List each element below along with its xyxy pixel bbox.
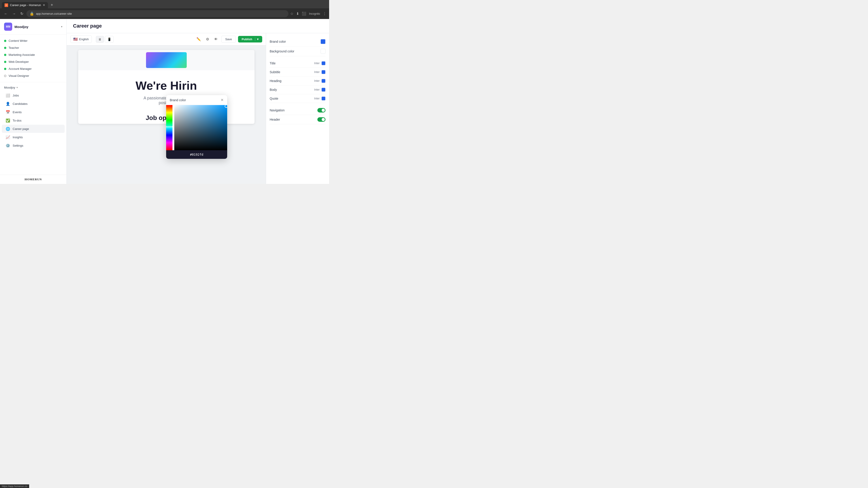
address-bar[interactable]: 🔒 app.homerun.co/career-site (26, 10, 288, 17)
sidebar-item-label: Candidates (13, 102, 28, 105)
status-dot-green (4, 61, 6, 63)
status-dot-green (4, 40, 6, 42)
device-toggle: 🖥 📱 (96, 36, 114, 43)
panel-subtitle-row: Subtitle Inter (270, 68, 326, 76)
sidebar-item-label: Jobs (13, 94, 19, 97)
browser-nav-icons: ☆ ⬇ ⬛ Incognito ⋮ (290, 11, 327, 16)
subtitle-color-swatch[interactable] (321, 70, 326, 74)
header-toggle[interactable] (317, 117, 326, 122)
background-color-swatch[interactable] (320, 49, 326, 54)
status-dot-green (4, 54, 6, 56)
page-header: Career page (67, 19, 329, 33)
menu-icon[interactable]: ⋮ (323, 11, 327, 16)
nav-bar: ← → ↻ 🔒 app.homerun.co/career-site ☆ ⬇ ⬛… (0, 8, 329, 19)
title-font-tag: Inter (314, 62, 320, 65)
publish-button[interactable]: Publish ▾ (238, 36, 262, 42)
status-dot-outline (4, 75, 6, 77)
preview-image-banner (146, 52, 187, 68)
main-content: Career page 🇺🇸 English 🖥 📱 ✏️ (67, 19, 329, 184)
color-picker-close-button[interactable]: ✕ (221, 98, 223, 102)
save-button[interactable]: Save (221, 36, 236, 43)
sidebar-item-career-page[interactable]: 🌐 Career page (2, 125, 65, 133)
sidebar-item-events[interactable]: 📅 Events (2, 108, 65, 116)
language-selector[interactable]: 🇺🇸 English (70, 35, 92, 43)
extensions-icon[interactable]: ⬛ (302, 11, 306, 16)
panel-header-row: Header (270, 115, 326, 124)
brand-color-swatch[interactable] (320, 39, 326, 44)
title-color-swatch[interactable] (321, 61, 326, 65)
sidebar-item-label: Insights (13, 135, 23, 139)
sidebar-item-label: Settings (13, 144, 23, 147)
candidates-icon: 👤 (6, 102, 10, 106)
list-item[interactable]: Web Developer (0, 58, 66, 65)
settings-tool-button[interactable]: ⚙ (205, 36, 211, 43)
active-tab[interactable]: H Career page - Homerun ✕ (2, 2, 48, 8)
job-list-section: Content Writer Teacher Marketing Associa… (0, 36, 66, 80)
section-name: Moodjoy (4, 86, 15, 89)
tab-close-button[interactable]: ✕ (43, 3, 45, 7)
body-font-tag: Inter (314, 88, 320, 91)
forward-button[interactable]: → (11, 11, 17, 17)
sidebar-header: MM Moodjoy ▾ (0, 19, 66, 35)
svg-rect-0 (166, 105, 173, 150)
panel-body-row: Body Inter (270, 86, 326, 94)
career-page-icon: 🌐 (6, 127, 10, 131)
list-item[interactable]: Visual Designer (0, 72, 66, 79)
sidebar-item-label: Events (13, 110, 22, 114)
quote-color-swatch[interactable] (321, 96, 326, 101)
brand-chevron-icon[interactable]: ▾ (61, 25, 62, 28)
publish-button-group: Publish ▾ (238, 36, 262, 42)
sidebar-section-label[interactable]: Moodjoy ▾ (0, 84, 66, 91)
sidebar-item-jobs[interactable]: ⬜ Jobs (2, 91, 65, 99)
title-label: Title (270, 61, 276, 65)
jobs-icon: ⬜ (6, 93, 10, 97)
list-item[interactable]: Content Writer (0, 37, 66, 44)
sidebar-item-candidates[interactable]: 👤 Candidates (2, 100, 65, 108)
insights-icon: 📈 (6, 135, 10, 139)
subtitle-font-tag: Inter (314, 70, 320, 74)
job-item-label: Content Writer (8, 39, 28, 42)
reload-button[interactable]: ↻ (19, 11, 25, 17)
sidebar-item-insights[interactable]: 📈 Insights (2, 133, 65, 141)
new-tab-button[interactable]: + (49, 2, 55, 8)
list-item[interactable]: Teacher (0, 44, 66, 51)
mobile-view-button[interactable]: 📱 (105, 36, 114, 43)
panel-typography-section: Title Inter Subtitle Inter (270, 59, 326, 103)
bookmark-icon[interactable]: ☆ (290, 11, 293, 16)
list-item[interactable]: Marketing Associate (0, 51, 66, 58)
sidebar-item-settings[interactable]: ⚙️ Settings (2, 141, 65, 150)
quote-label: Quote (270, 97, 278, 100)
url-text: app.homerun.co/career-site (36, 12, 285, 15)
body-font-row: Inter (314, 88, 326, 92)
sidebar: MM Moodjoy ▾ Content Writer Teacher Mark… (0, 19, 67, 184)
status-dot-green (4, 68, 6, 70)
sidebar-item-label: Career page (13, 127, 29, 131)
panel-title-row: Title Inter (270, 59, 326, 68)
preview-tool-button[interactable]: 👁 (213, 36, 219, 43)
tab-title: Career page - Homerun (10, 3, 41, 7)
heading-font-row: Inter (314, 79, 326, 83)
back-button[interactable]: ← (3, 11, 9, 17)
pen-tool-button[interactable]: ✏️ (195, 36, 202, 43)
sidebar-scroll: Content Writer Teacher Marketing Associa… (0, 35, 66, 175)
color-gradient-area[interactable] (166, 105, 227, 150)
heading-label: Heading (270, 79, 281, 83)
preview-images (78, 50, 254, 70)
incognito-label: Incognito (309, 12, 320, 15)
download-icon[interactable]: ⬇ (296, 11, 299, 16)
list-item[interactable]: Account Manager (0, 65, 66, 72)
panel-navigation-section: Navigation Header (270, 106, 326, 124)
navigation-toggle[interactable] (317, 108, 326, 112)
body-color-swatch[interactable] (321, 88, 326, 92)
editor-main: 🇺🇸 English 🖥 📱 ✏️ ⚙ 👁 Save Publish (67, 33, 266, 184)
color-footer: #0192fd (166, 150, 227, 159)
homerun-logo: HOMERUN (4, 177, 62, 181)
heading-font-tag: Inter (314, 79, 320, 83)
desktop-view-button[interactable]: 🖥 (96, 36, 104, 43)
publish-dropdown-icon[interactable]: ▾ (255, 37, 258, 41)
job-item-label: Marketing Associate (8, 53, 35, 57)
sidebar-item-todos[interactable]: ✅ To-dos (2, 116, 65, 125)
color-hex-value[interactable]: #0192fd (190, 153, 203, 156)
subtitle-font-row: Inter (314, 70, 326, 74)
heading-color-swatch[interactable] (321, 79, 326, 83)
